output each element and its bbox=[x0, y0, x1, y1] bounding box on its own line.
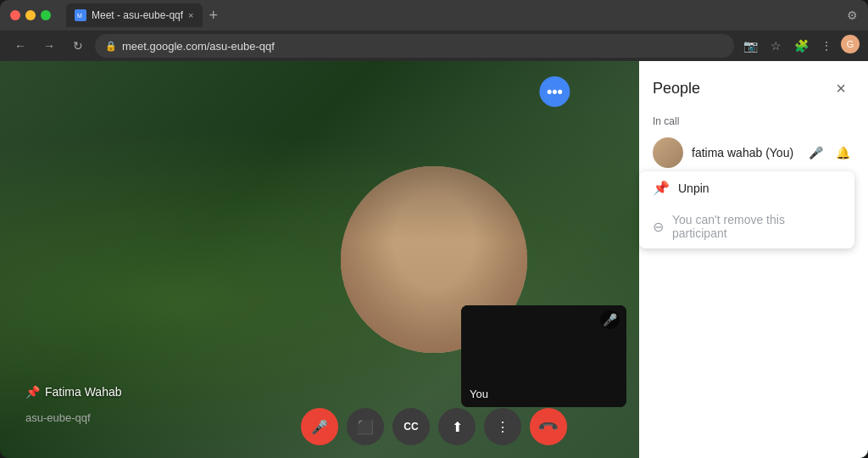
in-call-label: In call bbox=[639, 109, 868, 131]
more-dots-icon: ••• bbox=[547, 83, 563, 101]
participant-row: fatima wahab (You) 🎤 🔔 📌 Unpin bbox=[639, 131, 868, 175]
pinned-label: 📌 Fatima Wahab bbox=[25, 385, 122, 399]
traffic-lights bbox=[10, 10, 51, 20]
content-area: ••• 📌 Fatima Wahab asu-eube-qqf 🎤 bbox=[0, 61, 868, 458]
more-nav-icon[interactable]: ⋮ bbox=[815, 35, 837, 57]
mic-muted-icon: 🎤 bbox=[600, 310, 620, 329]
panel-close-button[interactable]: × bbox=[827, 75, 854, 102]
extensions-icon[interactable]: 🧩 bbox=[790, 35, 812, 57]
minimize-traffic-light[interactable] bbox=[25, 10, 36, 20]
browser-settings-icon[interactable]: ⚙ bbox=[847, 8, 858, 22]
camera-button[interactable]: ⬛ bbox=[347, 408, 384, 445]
more-controls-icon: ⋮ bbox=[496, 419, 509, 435]
participant-bell-button[interactable]: 🔔 bbox=[831, 141, 854, 165]
svg-text:M: M bbox=[77, 13, 82, 19]
maximize-traffic-light[interactable] bbox=[41, 10, 51, 20]
camera-icon: ⬛ bbox=[357, 419, 374, 435]
tab-bar: M Meet - asu-eube-qqf × + bbox=[66, 3, 218, 27]
mic-off-icon: 🎤 bbox=[311, 419, 328, 435]
browser-nav-icons: 📷 ☆ 🧩 ⋮ G bbox=[739, 35, 860, 57]
cannot-remove-label: You can't remove this participant bbox=[672, 213, 841, 240]
self-video-label: You bbox=[470, 388, 488, 400]
unpin-icon: 📌 bbox=[653, 180, 670, 196]
participant-mic-icon: 🎤 bbox=[809, 146, 823, 159]
address-text: meet.google.com/asu-eube-qqf bbox=[122, 40, 275, 53]
more-options-button[interactable]: ••• bbox=[539, 76, 570, 107]
mute-button[interactable]: 🎤 bbox=[301, 408, 338, 445]
end-call-button[interactable]: 📞 bbox=[530, 408, 567, 445]
panel-header: People × bbox=[639, 61, 868, 109]
present-button[interactable]: ⬆ bbox=[438, 408, 476, 445]
tab-title: Meet - asu-eube-qqf bbox=[92, 9, 183, 21]
self-video: 🎤 You bbox=[461, 305, 626, 407]
pin-icon: 📌 bbox=[25, 385, 40, 399]
tab-close-button[interactable]: × bbox=[188, 10, 193, 20]
remove-icon: ⊖ bbox=[653, 219, 664, 235]
panel-title: People bbox=[653, 80, 700, 98]
captions-icon: CC bbox=[403, 421, 418, 433]
unpin-label: Unpin bbox=[678, 182, 709, 195]
address-bar[interactable]: 🔒 meet.google.com/asu-eube-qqf bbox=[95, 34, 734, 58]
end-call-icon: 📞 bbox=[537, 415, 560, 438]
present-icon: ⬆ bbox=[452, 419, 463, 435]
participant-actions: 🎤 🔔 bbox=[804, 141, 854, 165]
remove-participant-item: ⊖ You can't remove this participant bbox=[639, 204, 854, 249]
nav-bar: ← → ↻ 🔒 meet.google.com/asu-eube-qqf 📷 ☆… bbox=[0, 31, 868, 61]
browser-frame: M Meet - asu-eube-qqf × + ⚙ ← → ↻ 🔒 meet… bbox=[0, 0, 868, 458]
back-button[interactable]: ← bbox=[8, 34, 32, 58]
title-bar: M Meet - asu-eube-qqf × + ⚙ bbox=[0, 0, 868, 31]
new-tab-button[interactable]: + bbox=[209, 7, 219, 25]
camera-nav-icon[interactable]: 📷 bbox=[739, 35, 761, 57]
bookmark-icon[interactable]: ☆ bbox=[765, 35, 787, 57]
self-video-inner: 🎤 You bbox=[461, 305, 626, 407]
participant-name: fatima wahab (You) bbox=[692, 146, 795, 159]
participant-bell-icon: 🔔 bbox=[836, 146, 850, 159]
pinned-name: Fatima Wahab bbox=[45, 385, 122, 399]
controls-bar: 🎤 ⬛ CC ⬆ ⋮ 📞 bbox=[301, 408, 567, 445]
context-menu: 📌 Unpin ⊖ You can't remove this particip… bbox=[639, 171, 854, 249]
people-panel: People × In call fatima wahab (You) 🎤 🔔 bbox=[639, 61, 868, 458]
lock-icon: 🔒 bbox=[105, 41, 117, 52]
more-controls-button[interactable]: ⋮ bbox=[484, 408, 521, 445]
forward-button[interactable]: → bbox=[37, 34, 61, 58]
profile-avatar[interactable]: G bbox=[841, 35, 860, 53]
participant-mic-button[interactable]: 🎤 bbox=[804, 141, 827, 165]
active-tab[interactable]: M Meet - asu-eube-qqf × bbox=[66, 3, 203, 27]
tab-favicon: M bbox=[75, 9, 86, 21]
self-mic-muted-indicator: 🎤 bbox=[600, 312, 620, 327]
meeting-id: asu-eube-qqf bbox=[25, 411, 91, 424]
captions-button[interactable]: CC bbox=[392, 408, 430, 445]
unpin-menu-item[interactable]: 📌 Unpin bbox=[639, 171, 854, 204]
participant-avatar bbox=[653, 137, 683, 168]
refresh-button[interactable]: ↻ bbox=[66, 34, 90, 58]
close-traffic-light[interactable] bbox=[10, 10, 20, 20]
